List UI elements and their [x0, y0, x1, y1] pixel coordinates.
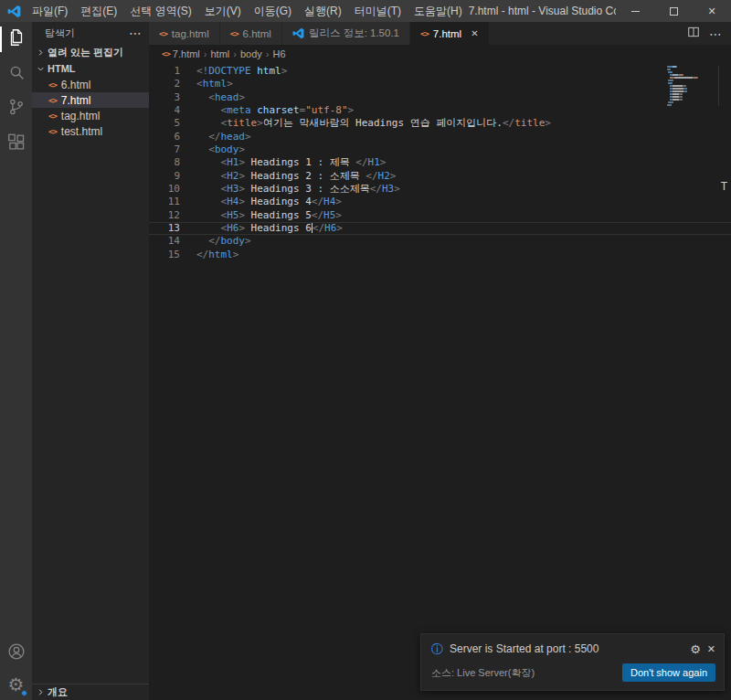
settings-button[interactable]: ⚙ [0, 669, 32, 700]
tab-6-html[interactable]: <>6.html [220, 22, 282, 45]
explorer-activity-button[interactable] [0, 22, 32, 57]
menu-item[interactable]: 터미널(T) [348, 0, 408, 22]
tab-strip: <>tag.html<>6.html릴리스 정보: 1.50.1<>7.html… [149, 22, 490, 45]
settings-sync-badge [21, 690, 27, 696]
code-line-8[interactable]: 8 <H1> Headings 1 : 제목 </H1> [149, 156, 731, 169]
files-icon [6, 27, 26, 51]
code-line-14[interactable]: 14 </body> [149, 235, 731, 248]
html-file-icon: <> [48, 127, 57, 136]
editor-actions: ⋯ [687, 22, 731, 45]
code-line-4[interactable]: 4 <meta charset="utf-8"> [149, 104, 731, 117]
file-label: test.html [61, 125, 102, 138]
code-token: > [238, 156, 245, 168]
menu-item[interactable]: 파일(F) [26, 0, 74, 22]
menu-item[interactable]: 편집(E) [74, 0, 123, 22]
tab-close-icon[interactable]: ✕ [471, 28, 478, 38]
code-line-9[interactable]: 9 <H2> Headings 2 : 소제목 </H2> [149, 170, 731, 183]
tab-release-notes[interactable]: 릴리스 정보: 1.50.1 [282, 22, 410, 45]
code-line-3[interactable]: 3 <head> [149, 91, 731, 104]
code-line-5[interactable]: 5 <title>여기는 막새바람의 Headings 연습 페이지입니다.</… [149, 117, 731, 130]
tab-label: 6.html [243, 28, 271, 39]
menu-item[interactable]: 도움말(H) [408, 0, 469, 22]
code-line-6[interactable]: 6 </head> [149, 131, 731, 143]
code-token: > [281, 65, 288, 77]
breadcrumb-item[interactable]: H6 [272, 48, 285, 59]
minimize-button[interactable] [616, 0, 654, 22]
minimap-line [667, 90, 715, 92]
file-label: 7.html [61, 94, 91, 107]
menu-item[interactable]: 보기(V) [198, 0, 248, 22]
extensions-activity-button[interactable] [0, 126, 32, 161]
code-text: <H3> Headings 3 : 소소제목</H3> [180, 183, 400, 196]
minimap-line [667, 69, 715, 70]
section-label: 개요 [48, 685, 68, 699]
dont-show-again-button[interactable]: Don't show again [622, 663, 715, 682]
code-token: Headings 5 [245, 209, 312, 221]
breadcrumb-item[interactable]: html [210, 48, 229, 59]
code-token: </ [370, 183, 382, 195]
code-token: </ [366, 170, 377, 182]
code-token: html [208, 249, 233, 260]
code-token: H1 [227, 156, 238, 168]
code-token: > [227, 78, 233, 90]
file-item-test.html[interactable]: <>test.html [32, 123, 149, 139]
file-label: 6.html [61, 79, 91, 91]
menu-bar: 파일(F)편집(E)선택 영역(S)보기(V)이동(G)실행(R)터미널(T)도… [26, 0, 469, 22]
breadcrumb-item[interactable]: body [240, 48, 262, 59]
code-token: < [196, 78, 203, 90]
window-title: 7.html - html - Visual Studio Code [469, 5, 616, 17]
source-control-activity-button[interactable] [0, 91, 32, 126]
section-open-editors[interactable]: 열려 있는 편집기 [32, 44, 149, 60]
code-token: > [380, 156, 387, 168]
notification-settings-icon[interactable]: ⚙ [690, 643, 701, 655]
html-file-icon: <> [48, 80, 57, 90]
breadcrumb: <>7.html›html›body›H6 [149, 45, 731, 63]
code-token: body [221, 235, 246, 247]
minimap[interactable] [667, 66, 719, 106]
code-line-15[interactable]: 15</html> [149, 249, 731, 261]
code-token: < [196, 143, 215, 155]
activity-bar-spacer [0, 161, 32, 638]
code-line-2[interactable]: 2<html> [149, 78, 731, 90]
file-item-tag.html[interactable]: <>tag.html [32, 108, 149, 123]
code-token: </ [503, 117, 514, 129]
close-window-button[interactable]: ✕ [693, 0, 731, 22]
menu-item[interactable]: 선택 영역(S) [123, 0, 197, 22]
file-item-7.html[interactable]: <>7.html [32, 92, 149, 108]
code-token: charset [257, 104, 299, 116]
file-item-6.html[interactable]: <>6.html [32, 77, 149, 92]
code-token: < [196, 209, 227, 221]
git-branch-icon [6, 97, 26, 121]
maximize-button[interactable] [654, 0, 693, 22]
chevron-right-icon [34, 686, 47, 699]
tab-tag-html[interactable]: <>tag.html [149, 22, 220, 45]
code-line-12[interactable]: 12 <H5> Headings 5</H5> [149, 209, 731, 222]
code-token: > [238, 91, 245, 103]
code-editor[interactable]: 1<!DOCTYPE html>2<html>3 <head>4 <meta c… [149, 63, 731, 700]
code-text: </html> [180, 249, 238, 261]
section-folder-html[interactable]: HTML [32, 60, 149, 77]
code-line-13[interactable]: 13 <H6> Headings 6</H6> [149, 222, 731, 235]
notification-close-icon[interactable]: ✕ [707, 644, 715, 654]
code-token: head [221, 131, 246, 143]
vscode-icon [292, 27, 304, 39]
menu-item[interactable]: 실행(R) [298, 0, 348, 22]
menu-item[interactable]: 이동(G) [248, 0, 298, 22]
section-outline[interactable]: 개요 [32, 684, 149, 700]
code-line-1[interactable]: 1<!DOCTYPE html> [149, 65, 731, 78]
code-token: < [196, 183, 227, 195]
editor-more-actions-icon[interactable]: ⋯ [709, 27, 722, 40]
account-button[interactable] [0, 638, 32, 669]
code-line-11[interactable]: 11 <H4> Headings 4</H4> [149, 196, 731, 208]
tab-7-html[interactable]: <>7.html✕ [410, 22, 490, 45]
code-token: > [335, 196, 342, 207]
code-line-7[interactable]: 7 <body> [149, 143, 731, 156]
vscode-window: 파일(F)편집(E)선택 영역(S)보기(V)이동(G)실행(R)터미널(T)도… [0, 0, 731, 700]
code-text: <body> [180, 143, 245, 156]
code-token: > [394, 183, 400, 195]
search-activity-button[interactable] [0, 57, 32, 91]
sidebar-more-actions-icon[interactable]: ⋯ [129, 27, 142, 39]
breadcrumb-item[interactable]: <>7.html [162, 48, 200, 59]
split-editor-icon[interactable] [687, 26, 700, 42]
code-line-10[interactable]: 10 <H3> Headings 3 : 소소제목</H3> [149, 183, 731, 196]
